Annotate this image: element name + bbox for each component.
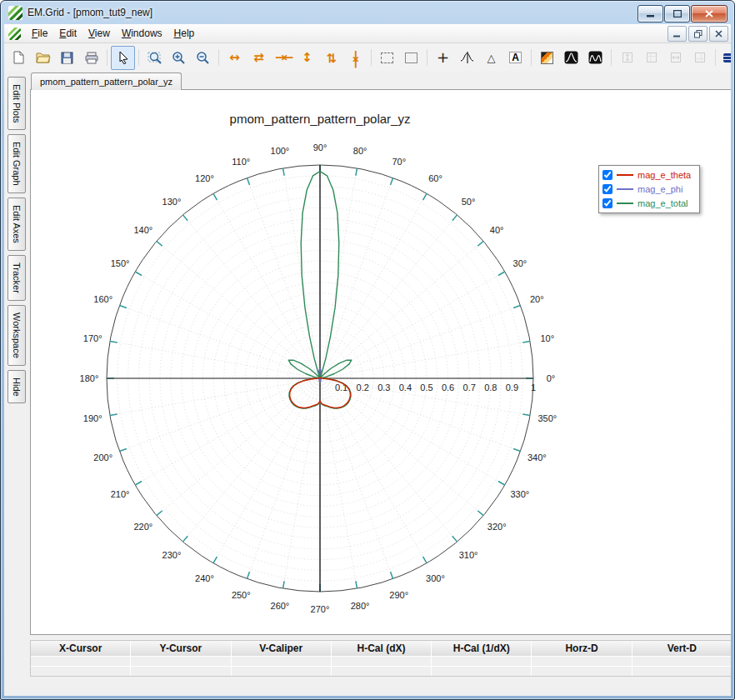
svg-text:0.5: 0.5 <box>420 382 432 392</box>
open-button[interactable] <box>31 46 55 70</box>
compress-y-button[interactable]: →← <box>343 46 368 70</box>
toolbar-separator <box>528 48 535 68</box>
svg-text:250°: 250° <box>232 590 251 600</box>
svg-text:0.7: 0.7 <box>463 382 476 392</box>
new-button[interactable] <box>7 46 31 70</box>
readout-header-x-cursor[interactable]: X-Cursor <box>31 641 130 656</box>
menu-windows[interactable]: Windows <box>116 25 168 42</box>
readout-header-v-caliper[interactable]: V-Caliper <box>232 641 331 656</box>
svg-text:30°: 30° <box>513 258 528 268</box>
rect-select-button[interactable] <box>399 46 423 70</box>
legend-checkbox-mag_e_phi[interactable] <box>602 184 612 194</box>
svg-text:280°: 280° <box>351 601 370 611</box>
svg-text:320°: 320° <box>488 522 507 532</box>
readout-cell-r0c1 <box>131 657 230 666</box>
maximize-button[interactable] <box>664 5 690 22</box>
save-icon <box>61 52 73 64</box>
select-cursor-button[interactable] <box>111 46 135 70</box>
readout-header-h-cal-1-dx-[interactable]: H-Cal (1/dX) <box>432 641 531 656</box>
wave-style-2-button[interactable] <box>583 46 608 70</box>
fit-horizontal-button <box>663 46 688 70</box>
svg-text:340°: 340° <box>528 452 547 462</box>
svg-text:310°: 310° <box>459 550 478 560</box>
compress-x-icon: →← <box>275 52 291 64</box>
svg-text:200°: 200° <box>93 452 112 462</box>
zoom-region-button[interactable] <box>142 46 167 70</box>
expand-y-button[interactable]: ↕ <box>295 46 319 70</box>
document-tab[interactable]: pmom_pattern_pattern_polar_yz <box>31 72 182 90</box>
select-cursor-icon <box>118 51 129 64</box>
fit-horizontal-icon <box>669 51 682 64</box>
readout-header-horz-d[interactable]: Horz-D <box>532 641 631 656</box>
svg-text:60°: 60° <box>428 173 442 183</box>
menu-view[interactable]: View <box>82 25 116 42</box>
svg-text:0.2: 0.2 <box>357 382 369 392</box>
app-window: EM.Grid - [pmom_tut9_new] FileEditViewWi… <box>0 0 735 700</box>
app-logo-icon <box>8 6 22 20</box>
mdi-close-button[interactable] <box>709 26 728 42</box>
menu-edit[interactable]: Edit <box>53 25 82 42</box>
expand-x-button[interactable]: ↔ <box>222 46 247 70</box>
chart-title: pmom_pattern_pattern_polar_yz <box>31 112 609 126</box>
legend: mag_e_thetamag_e_phimag_e_total <box>598 165 700 213</box>
crosshair-icon: + <box>437 50 449 65</box>
legend-item-mag_e_theta: mag_e_theta <box>602 168 691 182</box>
menu-bar: FileEditViewWindowsHelp <box>4 24 731 43</box>
svg-text:0.8: 0.8 <box>484 382 497 392</box>
svg-text:10°: 10° <box>540 333 554 343</box>
readout-cell-r0c0 <box>31 657 130 666</box>
title-bar[interactable]: EM.Grid - [pmom_tut9_new] <box>1 1 734 24</box>
readout-header-vert-d[interactable]: Vert-D <box>632 641 731 656</box>
toolbar-separator <box>423 48 431 68</box>
menu-help[interactable]: Help <box>168 25 201 42</box>
mdi-minimize-button[interactable] <box>668 26 687 42</box>
side-tab-workspace[interactable]: Workspace <box>8 305 26 366</box>
tracker-cursor-button[interactable] <box>455 46 479 70</box>
side-tab-edit-axes[interactable]: Edit Axes <box>8 198 26 251</box>
colormap-button[interactable] <box>535 46 559 70</box>
svg-text:20°: 20° <box>530 294 544 304</box>
svg-text:290°: 290° <box>389 590 408 600</box>
crosshair-button[interactable]: + <box>431 46 455 70</box>
scroll-y-button[interactable]: ⇄ <box>319 46 343 70</box>
zoom-in-button[interactable] <box>167 46 191 70</box>
minimize-button[interactable] <box>638 5 663 22</box>
mdi-restore-button[interactable] <box>688 26 708 42</box>
scroll-x-button[interactable]: ⇄ <box>247 46 271 70</box>
layout-button[interactable]: Layout <box>719 46 731 70</box>
legend-checkbox-mag_e_total[interactable] <box>602 198 612 208</box>
side-tab-edit-plots[interactable]: Edit Plots <box>8 77 26 130</box>
readout-cell-r1c3 <box>332 667 431 676</box>
close-button[interactable] <box>691 5 728 22</box>
readout-header-y-cursor[interactable]: Y-Cursor <box>131 641 230 656</box>
svg-text:0.3: 0.3 <box>378 382 390 392</box>
svg-text:300°: 300° <box>426 573 445 583</box>
layout-icon <box>723 53 731 62</box>
wave-style-2-icon <box>588 51 602 64</box>
plot-region-2-icon <box>693 51 707 64</box>
readout-header-h-cal-dx-[interactable]: H-Cal (dX) <box>332 641 431 656</box>
compress-x-button[interactable]: →← <box>271 46 295 70</box>
marquee-button[interactable] <box>375 46 399 70</box>
svg-text:50°: 50° <box>462 197 476 207</box>
legend-checkbox-mag_e_theta[interactable] <box>602 170 612 180</box>
zoom-out-button[interactable] <box>191 46 215 70</box>
fit-vertical-icon <box>621 51 634 64</box>
expand-y-icon: ↕ <box>302 52 312 64</box>
svg-text:240°: 240° <box>195 573 214 583</box>
zoom-out-icon <box>196 51 210 65</box>
readout-cell-r0c2 <box>232 657 331 666</box>
toolbar-separator <box>608 48 615 68</box>
side-tab-hide[interactable]: Hide <box>8 370 26 404</box>
print-button[interactable] <box>79 46 103 70</box>
side-tab-tracker[interactable]: Tracker <box>8 255 26 301</box>
text-annotation-button[interactable]: A <box>503 46 528 70</box>
side-tab-edit-graph[interactable]: Edit Graph <box>8 134 26 193</box>
triangle-marker-button[interactable]: △ <box>479 46 503 70</box>
wave-style-1-button[interactable] <box>559 46 583 70</box>
svg-text:120°: 120° <box>195 173 214 183</box>
readout-cell-r1c0 <box>31 667 130 676</box>
menu-file[interactable]: File <box>26 25 53 42</box>
svg-text:110°: 110° <box>232 157 250 167</box>
save-button[interactable] <box>55 46 79 70</box>
